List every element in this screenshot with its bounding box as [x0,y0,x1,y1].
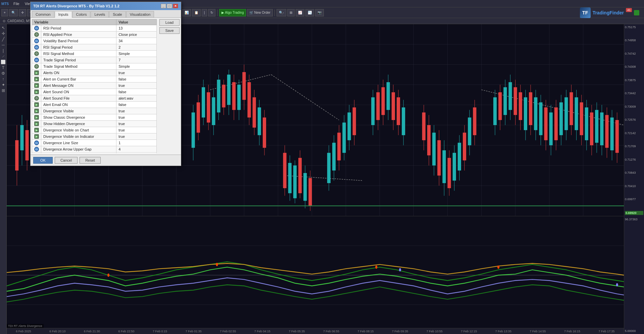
new-order-button[interactable]: 🛒 New Order [247,9,273,16]
row-variable: Alerts ON [41,70,116,76]
zoom-out-button[interactable]: 🔍- [277,9,286,16]
table-row[interactable]: ▶Alert Message ONtrue [32,82,157,89]
row-variable: Divergence Visible on Chart [41,127,116,133]
table-row[interactable]: 01RSI Period13 [32,25,157,32]
table-row[interactable]: ⚙RSI Applied PriceClose price [32,32,157,38]
table-row[interactable]: 01Divergence Arrow Lower Gap4 [32,153,157,154]
table-row[interactable]: ▶Alerts ONtrue [32,70,157,76]
table-row[interactable]: ⚙RSI Signal MethodSimple [32,51,157,57]
modal-titlebar[interactable]: TDI RT Alerts Divergence MT5 - By TFlab … [31,2,181,10]
table-row[interactable]: ▶Divergence Visibletrue [32,108,157,114]
row-variable: Volatility Band Period [41,38,116,44]
table-row[interactable]: ⚙Trade Signal MethodSimple [32,63,157,70]
tab-common[interactable]: Common [32,11,54,17]
new-chart-button[interactable]: + [1,9,8,16]
table-row[interactable]: ▶Alert Email ONfalse [32,102,157,108]
table-row[interactable]: ▶Show Hidden Divergencetrue [32,121,157,127]
table-row[interactable]: 01RSI Signal Period2 [32,44,157,51]
arrow-up-tool[interactable]: ↑ [0,77,6,81]
svg-rect-145 [539,102,542,135]
row-icon: 01 [34,58,39,62]
indicator-chart[interactable] [7,216,624,334]
line-tool[interactable]: ╱ [0,37,6,42]
cancel-button[interactable]: Cancel [55,157,78,164]
table-row[interactable]: ⚙Alert Sound Filealert.wav [32,95,157,102]
table-row[interactable]: ▶Show Classic Divergencetrue [32,114,157,121]
table-row[interactable]: 01Volatility Band Period34 [32,38,157,44]
table-row[interactable]: ▶Alert on Current Barfalse [32,76,157,82]
svg-rect-91 [371,97,375,125]
channel-tool[interactable]: ⟋ [0,54,6,59]
svg-rect-111 [437,140,441,175]
arrow-tool[interactable]: ↖ [0,25,6,30]
tab-colors[interactable]: Colors [72,11,91,17]
param-table-container[interactable]: Variable Value 01RSI Period13⚙RSI Applie… [32,19,157,153]
grid-button[interactable]: ⊞ [287,9,295,16]
modal-dialog[interactable]: TDI RT Alerts Divergence MT5 - By TFlab … [30,2,181,166]
svg-rect-123 [468,117,471,145]
svg-rect-135 [514,87,517,115]
minimize-button[interactable]: _ [161,4,166,8]
screenshot-button[interactable]: 📷 [315,9,324,16]
svg-point-187 [497,266,499,269]
svg-rect-59 [247,82,251,117]
col-variable: Variable [32,19,116,25]
svg-rect-103 [402,107,405,135]
separator-4 [217,9,217,16]
table-row[interactable]: 01Divergence Line Size1 [32,140,157,146]
row-icon: ▶ [34,102,39,107]
ok-button[interactable]: OK [33,157,53,164]
period-sep-button[interactable]: | [202,9,207,16]
table-row[interactable]: ▶Alert Sound ONfalse [32,89,157,95]
save-button[interactable]: Save [159,27,180,34]
svg-rect-161 [580,102,583,135]
row-variable: Divergence Line Size [41,140,116,146]
vol-button[interactable]: 📈 [296,9,304,16]
close-button[interactable]: ✕ [173,4,178,8]
indicator-list-button[interactable]: 📉 [305,9,314,16]
table-row[interactable]: ▶Divergence Visible on Indicatortrue [32,133,157,140]
svg-rect-89 [353,107,356,135]
vline-tool[interactable]: | [0,48,6,53]
svg-rect-87 [347,112,351,140]
reset-button[interactable]: Reset [80,157,101,164]
zoom-in-button[interactable]: 🔍 [9,9,18,16]
tab-inputs[interactable]: Inputs [55,11,72,18]
row-value: false [116,102,157,108]
status-icon: ⊙ [3,19,5,23]
table-row[interactable]: 01Divergence Arrow Upper Gap4 [32,146,157,153]
refresh-button[interactable]: ↻ [208,9,215,16]
svg-rect-65 [263,117,266,148]
row-value: true [116,114,157,121]
chart-type-button[interactable]: 📊 [182,9,191,16]
table-row[interactable]: ▶Divergence Visible on Charttrue [32,127,157,133]
menu-file[interactable]: File [11,1,22,6]
expand-tool[interactable]: ⊞ [0,88,6,93]
svg-rect-85 [342,122,346,153]
tab-levels[interactable]: Levels [91,11,109,17]
crosshair-tool[interactable]: ✛ [0,31,6,36]
row-icon: 01 [34,141,39,145]
svg-rect-141 [529,92,532,125]
hline-tool[interactable]: ─ [0,43,6,47]
svg-rect-77 [308,178,312,206]
fib-tool[interactable]: Φ [0,71,6,76]
algo-trading-button[interactable]: ▶ Algo Trading [219,9,246,16]
gann-tool[interactable]: ✦ [0,82,6,87]
svg-rect-49 [222,85,226,108]
load-button[interactable]: Load [159,19,180,26]
maximize-button[interactable]: □ [167,4,172,8]
row-variable: RSI Signal Period [41,44,116,51]
svg-rect-151 [554,107,558,140]
svg-rect-107 [427,125,431,155]
table-row[interactable]: 01Trade Signal Period7 [32,57,157,63]
tab-visualization[interactable]: Visualization [126,11,154,17]
template-button[interactable]: 📋 [192,9,201,16]
svg-rect-121 [463,133,466,161]
text-tool[interactable]: T [0,65,6,70]
indicator-name: TDI RT Alerts Divergence [7,324,44,328]
tab-scale[interactable]: Scale [109,11,126,17]
row-icon: 01 [34,45,39,50]
crosshair-button[interactable]: ✛ [19,9,26,16]
rect-tool[interactable]: ⬜ [0,60,6,64]
